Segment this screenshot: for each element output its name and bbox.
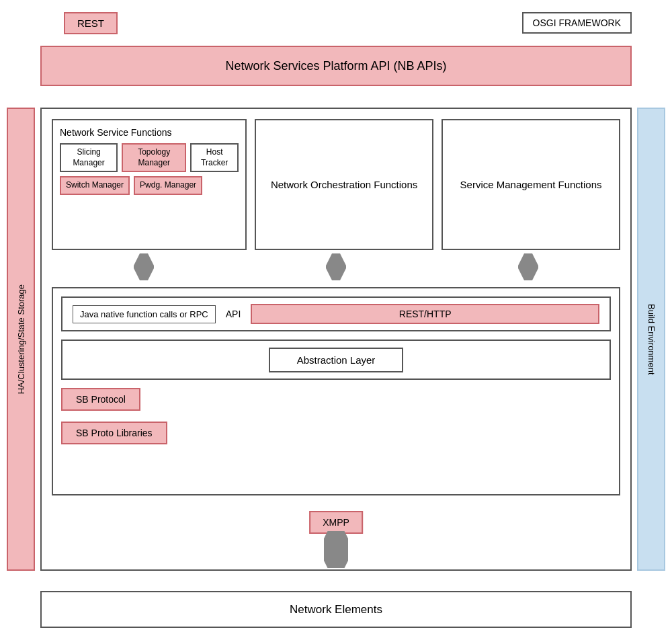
smf-label: Service Management Functions bbox=[460, 177, 602, 192]
arrow-2 bbox=[326, 253, 346, 280]
network-elements-box: Network Elements bbox=[40, 591, 632, 628]
rest-label: REST bbox=[77, 17, 104, 29]
switch-manager-box: Switch Manager bbox=[60, 176, 130, 195]
nspa-bar: Network Services Platform API (NB APIs) bbox=[40, 46, 632, 86]
rest-box: REST bbox=[64, 12, 118, 34]
main-container: Network Service Functions Slicing Manage… bbox=[40, 108, 632, 571]
diagram: REST OSGI FRAMEWORK Network Services Pla… bbox=[0, 0, 672, 638]
build-label: Build Environment bbox=[637, 108, 665, 571]
arrow-cell-3 bbox=[436, 250, 620, 284]
functions-row: Network Service Functions Slicing Manage… bbox=[52, 119, 620, 250]
pwdg-manager-box: Pwdg. Manager bbox=[134, 176, 202, 195]
smf-box: Service Management Functions bbox=[442, 119, 620, 250]
sb-libraries-box: SB Proto Libraries bbox=[61, 422, 167, 444]
arrow-cell-2 bbox=[244, 250, 428, 284]
host-tracker-label: Host Tracker bbox=[201, 147, 228, 167]
network-elements-label: Network Elements bbox=[290, 603, 382, 616]
sb-protocol-label: SB Protocol bbox=[76, 394, 126, 405]
nsf-box: Network Service Functions Slicing Manage… bbox=[52, 119, 247, 250]
middle-container: Java native function calls or RPC API RE… bbox=[52, 287, 620, 495]
slicing-manager-label: Slicing Manager bbox=[73, 147, 104, 167]
xmpp-label: XMPP bbox=[323, 517, 349, 528]
topology-manager-box: Topology Manager bbox=[122, 143, 186, 172]
arrows-row bbox=[52, 250, 620, 284]
nsf-title: Network Service Functions bbox=[60, 127, 239, 138]
abstraction-container: Abstraction Layer bbox=[61, 340, 611, 380]
topology-manager-label: Topology Manager bbox=[138, 147, 170, 167]
osgi-box: OSGI FRAMEWORK bbox=[522, 12, 632, 34]
api-row: Java native function calls or RPC API RE… bbox=[61, 296, 611, 331]
abstraction-label: Abstraction Layer bbox=[297, 354, 376, 366]
arrow-3 bbox=[518, 253, 538, 280]
ha-label: HA/Clustering/State Storage bbox=[7, 108, 35, 571]
api-rest-box: REST/HTTP bbox=[251, 304, 599, 324]
sb-libraries-label: SB Proto Libraries bbox=[76, 428, 153, 438]
ha-text: HA/Clustering/State Storage bbox=[16, 284, 26, 394]
slicing-manager-box: Slicing Manager bbox=[60, 143, 118, 172]
nspa-label: Network Services Platform API (NB APIs) bbox=[225, 59, 446, 73]
sb-protocol-box: SB Protocol bbox=[61, 388, 140, 411]
xmpp-arrow bbox=[324, 531, 348, 571]
osgi-label: OSGI FRAMEWORK bbox=[533, 17, 621, 28]
api-rest-label: REST/HTTP bbox=[399, 309, 452, 319]
managers-row2: Switch Manager Pwdg. Manager bbox=[60, 176, 239, 195]
managers-row1: Slicing Manager Topology Manager Host Tr… bbox=[60, 143, 239, 172]
arrow-cell-1 bbox=[52, 250, 236, 284]
api-text-label: API bbox=[226, 309, 241, 319]
nof-box: Network Orchestration Functions bbox=[255, 119, 433, 250]
switch-manager-label: Switch Manager bbox=[66, 180, 124, 190]
nof-label: Network Orchestration Functions bbox=[271, 177, 417, 192]
xmpp-arrow-svg bbox=[324, 531, 348, 568]
api-java-label: Java native function calls or RPC bbox=[80, 309, 208, 319]
arrow-1 bbox=[134, 253, 154, 280]
abstraction-inner: Abstraction Layer bbox=[269, 348, 404, 372]
api-java-box: Java native function calls or RPC bbox=[73, 305, 216, 323]
pwdg-manager-label: Pwdg. Manager bbox=[140, 180, 196, 190]
build-text: Build Environment bbox=[646, 304, 657, 375]
host-tracker-box: Host Tracker bbox=[190, 143, 239, 172]
xmpp-box: XMPP bbox=[309, 511, 363, 534]
